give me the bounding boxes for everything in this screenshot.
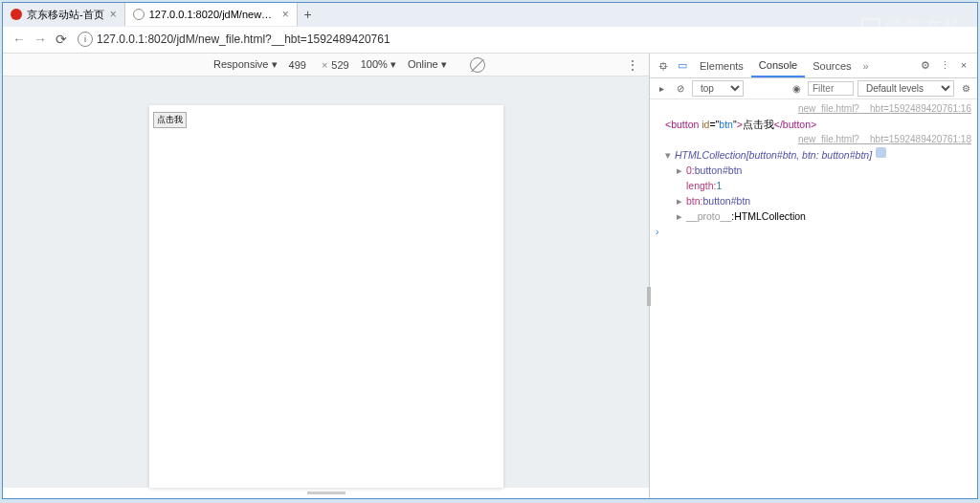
settings-icon[interactable]: ⚙ xyxy=(916,59,935,72)
levels-select[interactable]: Default levels xyxy=(858,80,954,97)
resize-handle-right[interactable] xyxy=(647,287,651,306)
device-height-input[interactable]: 529 xyxy=(331,59,348,71)
console-settings-icon[interactable]: ⚙ xyxy=(958,83,973,94)
console-log: new_file.html?__hbt=1592489420761:16 <bu… xyxy=(650,99,977,498)
console-prop[interactable]: ▸0: button#btn xyxy=(650,163,977,178)
content-area: Responsive ▾ 499 × 529 100% ▾ Online ▾ ⋮… xyxy=(3,54,977,498)
info-icon[interactable] xyxy=(876,147,886,158)
console-prop[interactable]: ▸btn: button#btn xyxy=(650,193,977,208)
context-select[interactable]: top xyxy=(692,80,744,97)
rendered-page: 点击我 xyxy=(149,105,503,488)
devtools-more-icon[interactable]: ⋮ xyxy=(935,59,954,72)
device-toolbar: Responsive ▾ 499 × 529 100% ▾ Online ▾ ⋮ xyxy=(3,54,649,77)
console-prop[interactable]: ▸__proto__: HTMLCollection xyxy=(650,208,977,224)
source-link[interactable]: new_file.html?__hbt=1592489420761:16 xyxy=(798,101,971,117)
device-dim-x: × xyxy=(322,59,327,71)
console-entry[interactable]: <button id="btn">点击我</button> xyxy=(650,117,977,132)
devtools-close-icon[interactable]: × xyxy=(954,59,973,72)
devtools-tabs: ⯐ ▭ Elements Console Sources » ⚙ ⋮ × xyxy=(650,54,977,78)
tab-title: 127.0.0.1:8020/jdM/new_file.h xyxy=(149,9,277,20)
tab-local[interactable]: 127.0.0.1:8020/jdM/new_file.h × xyxy=(125,3,298,26)
devtools-panel: ⯐ ▭ Elements Console Sources » ⚙ ⋮ × ▸ ⊘… xyxy=(650,54,977,498)
forward-button: → xyxy=(30,32,51,47)
tab-elements[interactable]: Elements xyxy=(692,54,751,77)
expand-icon[interactable]: ▾ xyxy=(665,147,673,163)
device-viewport: 点击我 xyxy=(3,77,649,488)
close-icon[interactable]: × xyxy=(282,8,289,21)
console-toolbar: ▸ ⊘ top ◉ Default levels ⚙ xyxy=(650,78,977,99)
site-info-icon[interactable]: i xyxy=(78,32,93,47)
source-link[interactable]: new_file.html?__hbt=1592489420761:18 xyxy=(798,132,971,147)
url-text[interactable]: 127.0.0.1:8020/jdM/new_file.html?__hbt=1… xyxy=(97,33,390,46)
device-network-select[interactable]: Online ▾ xyxy=(408,58,447,71)
clear-console-icon[interactable]: ⊘ xyxy=(673,83,688,94)
tab-sources[interactable]: Sources xyxy=(805,54,858,77)
watermark: 学堂在线 xyxy=(861,15,963,38)
more-tabs-icon[interactable]: » xyxy=(859,60,873,72)
close-icon[interactable]: × xyxy=(110,8,117,21)
reload-button[interactable]: ⟳ xyxy=(51,32,72,47)
console-entry[interactable]: ▾ HTMLCollection [button#btn, btn: butto… xyxy=(650,147,977,163)
device-width-input[interactable]: 499 xyxy=(289,59,306,71)
device-more-button[interactable]: ⋮ xyxy=(626,57,639,73)
back-button[interactable]: ← xyxy=(9,32,30,47)
console-filter-input[interactable] xyxy=(808,81,854,96)
device-zoom-select[interactable]: 100% ▾ xyxy=(361,58,396,71)
new-tab-button[interactable]: + xyxy=(298,7,319,22)
console-sidebar-toggle[interactable]: ▸ xyxy=(654,83,669,94)
tab-console[interactable]: Console xyxy=(751,54,805,77)
tab-title: 京东移动站-首页 xyxy=(27,8,104,22)
inspect-icon[interactable]: ⯐ xyxy=(654,60,673,72)
device-toggle-icon[interactable]: ▭ xyxy=(673,59,692,72)
no-throttle-icon[interactable] xyxy=(470,57,485,73)
page-button-btn[interactable]: 点击我 xyxy=(153,112,187,128)
tab-jd[interactable]: 京东移动站-首页 × xyxy=(3,3,125,26)
favicon-globe-icon xyxy=(133,9,145,20)
browser-window: 京东移动站-首页 × 127.0.0.1:8020/jdM/new_file.h… xyxy=(2,2,978,499)
resize-handle-bottom[interactable] xyxy=(307,492,345,494)
address-bar: ← → ⟳ i 127.0.0.1:8020/jdM/new_file.html… xyxy=(3,27,977,54)
tab-bar: 京东移动站-首页 × 127.0.0.1:8020/jdM/new_file.h… xyxy=(3,3,977,27)
favicon-jd xyxy=(11,9,22,20)
console-prop: length: 1 xyxy=(650,178,977,193)
device-pane: Responsive ▾ 499 × 529 100% ▾ Online ▾ ⋮… xyxy=(3,54,650,498)
console-prompt[interactable]: › xyxy=(650,224,977,239)
device-mode-select[interactable]: Responsive ▾ xyxy=(213,58,278,71)
live-expression-icon[interactable]: ◉ xyxy=(789,83,804,94)
